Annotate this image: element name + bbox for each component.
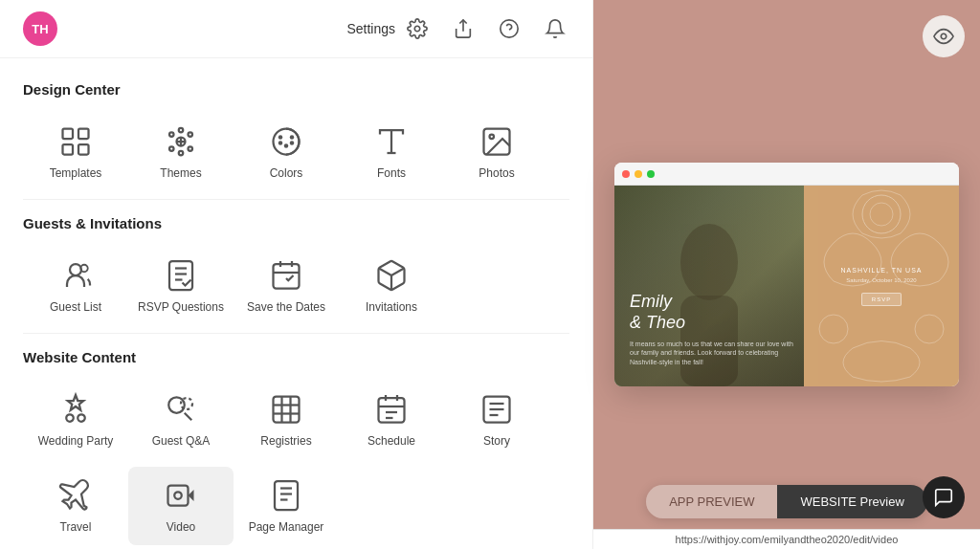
- svg-point-13: [179, 128, 184, 133]
- content-area: Design Center Templates: [0, 58, 592, 549]
- preview-date: Saturday, October 10, 2020: [841, 277, 923, 283]
- help-button[interactable]: [495, 14, 523, 43]
- chat-button[interactable]: [923, 476, 965, 518]
- page-manager-icon: [269, 478, 303, 513]
- photos-icon: [479, 124, 514, 159]
- invitations-item[interactable]: Invitations: [339, 247, 444, 325]
- svg-point-36: [168, 397, 185, 413]
- share-button[interactable]: [449, 14, 478, 43]
- preview-couple-text: It means so much to us that we can share…: [630, 340, 804, 367]
- svg-point-64: [870, 203, 893, 226]
- right-panel: Emily & Theo It means so much to us that…: [593, 0, 980, 549]
- preview-floral-text: Nashville, TN USA Saturday, October 10, …: [841, 267, 923, 306]
- themes-icon: [164, 124, 198, 159]
- story-label: Story: [483, 434, 510, 448]
- story-item[interactable]: Story: [444, 381, 549, 459]
- fonts-label: Fonts: [377, 166, 406, 180]
- website-preview-tab[interactable]: WEBSITE Preview: [777, 485, 926, 518]
- preview-rsvp-button[interactable]: RSVP: [861, 293, 902, 306]
- templates-icon: [58, 124, 93, 159]
- preview-location: Nashville, TN USA: [841, 267, 923, 274]
- photos-item[interactable]: Photos: [444, 113, 549, 191]
- invitations-label: Invitations: [366, 300, 417, 314]
- colors-icon: [269, 124, 303, 159]
- svg-point-65: [819, 315, 848, 343]
- svg-point-10: [189, 132, 193, 137]
- settings-group[interactable]: Settings: [346, 14, 432, 43]
- invitations-icon: [374, 258, 409, 293]
- templates-label: Templates: [50, 166, 102, 180]
- wedding-party-item[interactable]: Wedding Party: [23, 381, 128, 459]
- colors-item[interactable]: Colors: [234, 113, 339, 191]
- fonts-icon: [374, 124, 409, 159]
- themes-item[interactable]: Themes: [128, 113, 234, 191]
- eye-icon: [933, 26, 954, 47]
- fonts-item[interactable]: Fonts: [339, 113, 444, 191]
- schedule-label: Schedule: [368, 434, 415, 448]
- templates-item[interactable]: Templates: [23, 113, 128, 191]
- colors-label: Colors: [270, 166, 303, 180]
- divider-1: [23, 199, 569, 200]
- save-dates-label: Save the Dates: [247, 300, 325, 314]
- guest-qa-item[interactable]: Guest Q&A: [128, 381, 234, 459]
- travel-item[interactable]: Travel: [23, 467, 128, 545]
- save-dates-icon: [269, 258, 303, 293]
- eye-preview-button[interactable]: [923, 15, 965, 57]
- preview-toolbar: APP PREVIEW WEBSITE Preview: [646, 485, 927, 518]
- settings-button[interactable]: [403, 14, 432, 43]
- svg-point-35: [78, 414, 85, 422]
- svg-rect-6: [63, 144, 74, 155]
- video-item[interactable]: Video: [128, 467, 234, 545]
- travel-icon: [58, 478, 93, 513]
- svg-point-34: [66, 414, 74, 422]
- registries-label: Registries: [260, 434, 311, 448]
- save-dates-item[interactable]: Save the Dates: [234, 247, 339, 325]
- svg-rect-25: [169, 261, 192, 290]
- header: TH Settings: [0, 0, 592, 58]
- preview-content: Emily & Theo It means so much to us that…: [614, 186, 959, 386]
- rsvp-questions-item[interactable]: RSVP Questions: [128, 247, 234, 325]
- website-preview-card: Emily & Theo It means so much to us that…: [614, 163, 959, 386]
- svg-rect-5: [78, 129, 89, 140]
- notifications-button[interactable]: [541, 14, 569, 43]
- svg-point-17: [290, 135, 295, 140]
- app-preview-tab[interactable]: APP PREVIEW: [646, 485, 777, 518]
- svg-point-16: [278, 135, 283, 140]
- schedule-item[interactable]: Schedule: [339, 381, 444, 459]
- travel-label: Travel: [60, 520, 92, 534]
- registries-item[interactable]: Registries: [234, 381, 339, 459]
- schedule-icon: [374, 392, 409, 427]
- avatar[interactable]: TH: [23, 11, 57, 46]
- story-icon: [479, 392, 514, 427]
- svg-point-66: [915, 315, 944, 343]
- browser-close-dot: [622, 170, 630, 178]
- browser-maximize-dot: [647, 170, 655, 178]
- svg-rect-56: [275, 481, 298, 510]
- website-content-row1: Wedding Party Guest Q&A: [23, 381, 569, 459]
- chat-icon: [933, 487, 954, 508]
- svg-rect-4: [63, 129, 74, 140]
- photos-label: Photos: [479, 166, 514, 180]
- svg-point-18: [284, 143, 289, 148]
- preview-url-bar: https://withjoy.com/emilyandtheo2020/edi…: [593, 529, 980, 549]
- svg-point-20: [290, 141, 295, 145]
- page-manager-label: Page Manager: [249, 520, 324, 534]
- svg-point-2: [501, 20, 518, 37]
- wedding-party-icon: [58, 392, 93, 427]
- guest-list-item[interactable]: Guest List: [23, 247, 128, 325]
- svg-point-55: [174, 492, 182, 499]
- settings-label: Settings: [346, 21, 395, 36]
- design-center-row: Templates Themes: [23, 113, 569, 191]
- preview-floral-side: Nashville, TN USA Saturday, October 10, …: [804, 186, 959, 386]
- svg-point-0: [414, 26, 420, 32]
- website-content-row2: Travel Video Page Manager: [23, 467, 569, 545]
- divider-2: [23, 333, 569, 334]
- preview-photo-bg: Emily & Theo It means so much to us that…: [614, 186, 804, 386]
- themes-label: Themes: [160, 166, 201, 180]
- svg-point-14: [179, 151, 184, 156]
- guest-qa-label: Guest Q&A: [152, 434, 211, 448]
- svg-point-61: [680, 224, 738, 300]
- svg-point-19: [278, 141, 283, 145]
- guests-row: Guest List RSVP Questions: [23, 247, 569, 325]
- page-manager-item[interactable]: Page Manager: [234, 467, 339, 545]
